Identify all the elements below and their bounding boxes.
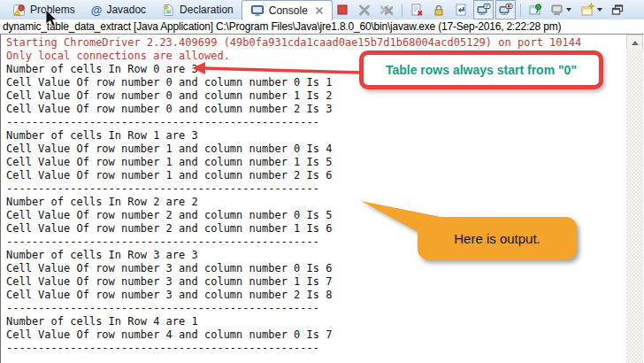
show-stderr-toggle[interactable] [495, 0, 516, 19]
mouse-cursor-icon [45, 10, 59, 29]
console-line: ----------------------------------------… [6, 182, 626, 196]
tab-label: Console [269, 4, 308, 17]
red-annotation-arrow [188, 58, 364, 80]
chevron-down-icon [597, 8, 602, 12]
clear-console-icon [410, 3, 424, 17]
show-stdout-icon [476, 3, 491, 17]
console-line: Starting ChromeDriver 2.23.409699 (49b0f… [6, 36, 626, 50]
view-tab-bar: Problems @ Javadoc Declaration Console [0, 0, 644, 20]
console-line: Cell Value Of row number 1 and column nu… [6, 143, 626, 156]
display-selected-console-icon [550, 3, 564, 17]
console-line: Number of cells In Row 2 are 2 [6, 196, 626, 209]
output-note-bubble: Here is output. [418, 217, 577, 259]
tab-problems[interactable]: Problems [4, 0, 83, 19]
remove-all-terminated-icon [380, 3, 395, 17]
console-line: Cell Value Of row number 3 and column nu… [6, 275, 626, 289]
scrollbar-track[interactable] [626, 50, 643, 363]
word-wrap-icon [454, 3, 468, 17]
console-line: Cell Value Of row number 0 and column nu… [6, 103, 626, 116]
open-console-icon [580, 3, 595, 17]
console-line: ----------------------------------------… [6, 116, 626, 129]
console-view-window: Problems @ Javadoc Declaration Console [0, 0, 644, 363]
console-icon [250, 4, 264, 18]
scroll-up-arrow-icon [632, 41, 639, 45]
console-line: Cell Value Of row number 4 and column nu… [6, 328, 626, 342]
open-console-button[interactable] [577, 0, 606, 19]
word-wrap-button[interactable] [451, 0, 472, 19]
chevron-down-icon [566, 8, 571, 12]
scroll-lock-icon [432, 3, 446, 17]
console-line: Cell Value Of row number 0 and column nu… [6, 89, 626, 103]
terminate-icon [335, 3, 349, 17]
pin-console-icon [528, 3, 542, 17]
show-stdout-toggle[interactable] [473, 0, 494, 19]
remove-all-terminated-button[interactable] [377, 0, 397, 19]
console-line: Cell Value Of row number 3 and column nu… [6, 262, 626, 275]
restore-view-button[interactable] [608, 0, 628, 19]
remove-launch-button[interactable] [355, 0, 375, 19]
clear-console-button[interactable] [407, 0, 427, 19]
console-launch-header: dynamic_table_data_extract [Java Applica… [0, 19, 644, 35]
show-stderr-icon [498, 3, 513, 17]
console-line: Cell Value Of row number 1 and column nu… [6, 169, 626, 182]
toolbar-separator [402, 4, 402, 17]
declaration-icon [162, 4, 175, 17]
terminate-button[interactable] [333, 0, 353, 19]
console-line: Cell Value Of row number 1 and column nu… [6, 156, 626, 169]
display-selected-console-button[interactable] [548, 0, 575, 19]
console-line: ----------------------------------------… [6, 302, 626, 315]
tab-label: Javadoc [106, 4, 146, 16]
vertical-scrollbar[interactable] [626, 35, 643, 363]
scroll-lock-button[interactable] [429, 0, 449, 19]
restore-icon [610, 3, 625, 17]
console-line: Number of cells In Row 4 are 1 [6, 315, 626, 328]
console-line: Cell Value Of row number 3 and column nu… [6, 289, 626, 302]
toolbar-separator [520, 4, 521, 17]
row-start-note: Table rows always start from "0" [359, 50, 603, 89]
javadoc-icon: @ [91, 4, 103, 16]
problems-icon [12, 4, 26, 17]
console-line: Number of cells In Row 1 are 3 [6, 129, 626, 143]
console-toolbar [333, 0, 644, 19]
console-line: ----------------------------------------… [6, 342, 626, 355]
pin-console-button[interactable] [525, 0, 546, 19]
remove-launch-icon [357, 3, 372, 17]
tab-declaration[interactable]: Declaration [154, 0, 242, 19]
tab-label: Declaration [180, 4, 234, 16]
tab-javadoc[interactable]: @ Javadoc [83, 0, 154, 19]
close-console-tab-icon[interactable] [315, 6, 324, 15]
tab-console[interactable]: Console [242, 0, 333, 20]
